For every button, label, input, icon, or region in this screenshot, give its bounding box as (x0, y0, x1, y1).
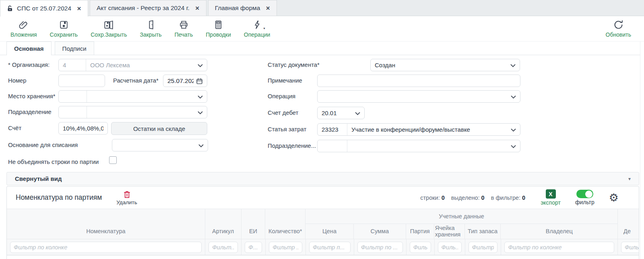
debit-account-label: Счет дебет (268, 110, 298, 116)
storage-place-code (59, 91, 87, 102)
column-header[interactable]: Тип запаса (465, 224, 501, 239)
doc-status-combo[interactable]: Создан (370, 59, 520, 71)
account-label: Счёт (8, 125, 21, 131)
storage-place-combo[interactable] (58, 90, 207, 103)
close-icon[interactable]: ✕ (266, 5, 270, 11)
print-button[interactable]: Печать (174, 19, 193, 38)
save-close-icon (103, 19, 114, 30)
column-filter-input[interactable] (621, 242, 639, 253)
delete-button[interactable]: Удалить (116, 190, 137, 205)
storage-place-label: Место хранения* (8, 93, 56, 99)
window-tab-document[interactable]: СПС от 25.07.2024 ✕ (0, 0, 88, 17)
selected-stat: выделено:0 (451, 195, 485, 201)
refresh-label: Обновить (606, 31, 631, 38)
column-filter-input[interactable] (438, 242, 462, 253)
chevron-down-icon (198, 64, 203, 67)
department2-combo[interactable] (317, 140, 520, 152)
close-icon[interactable]: ✕ (77, 6, 81, 12)
column-filter-input[interactable] (504, 242, 614, 253)
content-right-edge (640, 41, 640, 259)
close-button[interactable]: Закрыть (140, 19, 162, 38)
cost-item-combo[interactable]: 23323 Участие в конференции/форуме/выста… (317, 123, 520, 136)
operation-label: Операция (268, 93, 295, 99)
department-combo[interactable] (58, 106, 207, 118)
column-filter-input[interactable] (245, 242, 262, 253)
calc-date-label: Расчетная дата* (113, 77, 159, 84)
window-tab-register[interactable]: Акт списания - Реестр за 2024 г. ✕ (90, 0, 206, 16)
chevron-down-icon (510, 64, 516, 67)
note-label: Примечание (268, 77, 302, 84)
calendar-icon (196, 78, 203, 85)
column-header[interactable]: Ячейка хранения (434, 224, 465, 239)
cost-item-code: 23323 (318, 124, 347, 135)
column-header[interactable]: Владелец (501, 224, 617, 239)
operation-combo[interactable] (317, 90, 520, 103)
department-label: Подразделение (8, 109, 52, 115)
organization-combo[interactable]: 4 ООО Лексема (58, 59, 207, 71)
window-tab-label: Акт списания - Реестр за 2024 г. (97, 4, 190, 12)
window-tab-main-form[interactable]: Главная форма ✕ (208, 0, 277, 16)
doc-status-label: Статус документа* (268, 62, 320, 68)
save-close-label: Сохр.Закрыть (91, 31, 127, 38)
note-input[interactable] (317, 75, 520, 87)
no-merge-checkbox[interactable] (109, 156, 117, 164)
organization-name: ООО Лексема (86, 62, 195, 68)
rows-stat: строки:0 (420, 195, 445, 201)
column-header[interactable]: Де (618, 209, 639, 239)
column-filter-input[interactable] (269, 242, 302, 253)
caret-down-icon: ▾ (628, 176, 631, 182)
filter-toggle-group: фильтр (575, 190, 594, 205)
caret-down-icon: ▾ (264, 27, 265, 30)
column-header[interactable]: ЕИ (242, 209, 266, 239)
tab-main[interactable]: Основная (6, 41, 52, 55)
close-icon[interactable]: ✕ (195, 5, 200, 11)
tab-signatures[interactable]: Подписи (55, 41, 94, 55)
operations-button[interactable]: ▾ Операции (244, 19, 270, 38)
writeoff-reason-combo[interactable] (112, 139, 208, 151)
operations-label: Операции (244, 31, 270, 38)
save-close-button[interactable]: Сохр.Закрыть (91, 19, 127, 38)
collapsed-view-bar[interactable]: Свернутый вид ▾ (6, 172, 639, 185)
column-header[interactable]: Партия (406, 224, 434, 239)
account-input[interactable] (58, 122, 108, 135)
grid-header: Номенклатура по партиям Удалить строки:0… (7, 186, 639, 209)
chevron-down-icon (511, 95, 516, 99)
filter-toggle[interactable] (576, 190, 593, 198)
grid-stats: строки:0 выделено:0 в фильтре:0 (420, 195, 525, 201)
stock-balance-button[interactable]: Остатки на складе (111, 122, 207, 135)
column-filter-input[interactable] (357, 242, 403, 253)
column-filter-input[interactable] (410, 242, 431, 253)
column-header[interactable]: Сумма (354, 224, 406, 239)
save-icon (59, 19, 69, 30)
calc-date-field[interactable]: 25.07.2024 (163, 75, 207, 87)
close-label: Закрыть (140, 31, 162, 38)
column-header[interactable]: Количество* (265, 209, 305, 239)
refresh-button[interactable]: Обновить (606, 19, 631, 38)
column-filter-input[interactable] (469, 242, 498, 253)
postings-button[interactable]: Проводки (206, 19, 231, 38)
chevron-down-icon (511, 128, 516, 132)
doc-status-value: Создан (371, 62, 508, 68)
gear-icon[interactable]: ⚙ (609, 192, 619, 203)
export-button[interactable]: X экспорт (541, 189, 561, 206)
debit-account-combo[interactable]: 20.01 (317, 107, 365, 119)
column-filter-input[interactable] (208, 242, 238, 253)
attachments-button[interactable]: Вложения (10, 19, 37, 38)
door-icon (146, 19, 156, 30)
column-filter-input[interactable] (309, 242, 351, 253)
column-header[interactable]: Цена (305, 224, 354, 239)
column-filter-input[interactable] (10, 242, 202, 253)
save-button[interactable]: Сохранить (50, 19, 78, 38)
column-header[interactable]: Номенклатура (7, 209, 205, 239)
chevron-down-icon (355, 112, 360, 115)
grid-filter-row (7, 239, 639, 255)
delete-label: Удалить (116, 199, 137, 205)
number-input[interactable] (58, 75, 105, 87)
batch-nomenclature-panel: Номенклатура по партиям Удалить строки:0… (6, 186, 639, 259)
no-merge-label: Не объединять строки по партии (8, 159, 99, 165)
export-label: экспорт (541, 199, 561, 206)
window-tab-bar: СПС от 25.07.2024 ✕ Акт списания - Реест… (0, 0, 644, 16)
column-header[interactable]: Артикул (205, 209, 242, 239)
filtered-stat: в фильтре:0 (491, 195, 526, 201)
calculator-icon (213, 19, 223, 30)
